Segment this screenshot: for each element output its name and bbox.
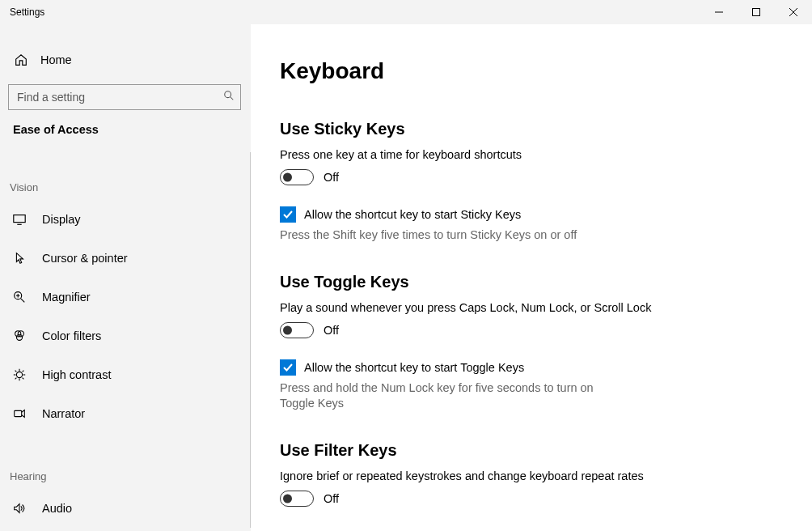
sidebar: Home Ease of Access Vision Display [0,24,251,531]
sidebar-item-narrator[interactable]: Narrator [0,394,251,433]
color-filters-icon [11,328,27,344]
sidebar-group-vision: Vision [0,181,251,193]
search-input[interactable] [8,84,241,110]
checkbox-label: Allow the shortcut key to start Sticky K… [304,208,521,221]
home-label: Home [40,53,72,66]
svg-line-9 [21,299,25,303]
svg-point-4 [225,91,231,98]
maximize-icon [752,8,760,16]
checkmark-icon [282,362,294,373]
minimize-icon [715,8,723,16]
section-hint: Press and hold the Num Lock key for five… [280,380,628,412]
toggle-knob-icon [283,325,292,334]
search-icon [223,90,235,104]
toggle-state-label: Off [324,324,339,337]
sticky-keys-toggle[interactable] [280,169,314,185]
high-contrast-icon [11,367,27,383]
sidebar-group-hearing: Hearing [0,470,251,482]
sidebar-category-label: Ease of Access [0,123,251,136]
sidebar-item-label: Cursor & pointer [42,252,128,265]
minimize-button[interactable] [700,0,738,24]
svg-line-5 [230,97,234,100]
sidebar-item-display[interactable]: Display [0,200,251,239]
home-icon [13,52,29,68]
svg-point-15 [16,372,22,377]
checkbox-label: Allow the shortcut key to start Toggle K… [304,361,524,374]
svg-rect-24 [15,410,22,416]
sidebar-item-color-filters[interactable]: Color filters [0,316,251,355]
content-pane: Keyboard Use Sticky Keys Press one key a… [251,24,812,531]
filter-keys-toggle[interactable] [280,491,314,507]
titlebar: Settings [0,0,812,24]
toggle-state-label: Off [324,171,339,184]
section-desc: Ignore brief or repeated keystrokes and … [280,469,783,482]
sidebar-item-label: Magnifier [42,291,91,304]
svg-line-20 [15,371,17,372]
svg-line-21 [23,378,24,380]
section-desc: Play a sound whenever you press Caps Loc… [280,301,783,314]
section-hint: Press the Shift key five times to turn S… [280,227,628,244]
cursor-icon [11,250,27,266]
sidebar-item-audio[interactable]: Audio [0,489,251,528]
audio-icon [11,500,27,516]
display-icon [11,211,27,227]
toggle-keys-shortcut-checkbox[interactable] [280,359,296,376]
window-title: Settings [0,6,44,18]
toggle-knob-icon [283,494,292,503]
sticky-keys-shortcut-checkbox[interactable] [280,206,296,223]
sidebar-item-label: High contrast [42,368,111,381]
svg-line-22 [23,371,24,372]
checkmark-icon [282,209,294,220]
narrator-icon [11,406,27,422]
svg-rect-1 [753,9,760,16]
page-title: Keyboard [280,58,783,84]
close-icon [789,8,797,16]
sidebar-item-label: Display [42,213,81,226]
sidebar-item-high-contrast[interactable]: High contrast [0,355,251,394]
sidebar-item-magnifier[interactable]: Magnifier [0,278,251,316]
section-title-sticky-keys: Use Sticky Keys [280,120,783,138]
section-title-filter-keys: Use Filter Keys [280,441,783,460]
section-desc: Press one key at a time for keyboard sho… [280,148,783,161]
sidebar-item-label: Audio [42,502,72,515]
toggle-knob-icon [283,173,292,182]
sidebar-item-label: Color filters [42,329,101,342]
maximize-button[interactable] [738,0,775,24]
toggle-state-label: Off [324,492,339,505]
svg-point-14 [16,334,22,340]
sidebar-item-label: Narrator [42,407,85,420]
toggle-keys-toggle[interactable] [280,322,314,338]
svg-line-23 [15,378,17,380]
sidebar-home[interactable]: Home [0,44,251,76]
svg-rect-6 [14,215,25,223]
sidebar-item-cursor-pointer[interactable]: Cursor & pointer [0,239,251,278]
magnifier-icon [11,289,27,305]
section-title-toggle-keys: Use Toggle Keys [280,273,783,291]
close-button[interactable] [775,0,812,24]
